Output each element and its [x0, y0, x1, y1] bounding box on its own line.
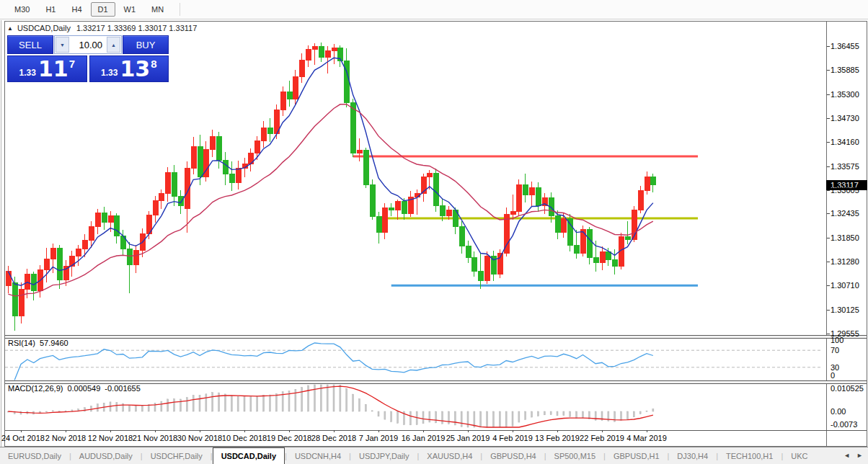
tab-gbpusd-h1[interactable]: GBPUSD,H1 — [606, 447, 668, 464]
macd-histogram-bar — [371, 411, 373, 411]
tab-usdcad-daily[interactable]: USDCAD,Daily — [213, 447, 285, 464]
macd-histogram-bar — [237, 396, 239, 411]
candle-body — [580, 230, 585, 254]
macd-histogram-bar — [308, 385, 309, 411]
tab-sp500-m15[interactable]: SP500,M15 — [546, 447, 603, 464]
tab-scroll-right-icon[interactable]: ► — [856, 452, 863, 459]
candle-body — [402, 202, 407, 214]
macd-histogram-bar — [397, 411, 399, 423]
macd-histogram-bar — [435, 411, 437, 423]
date-axis-label: 7 Jan 2019 — [359, 434, 398, 442]
macd-histogram-bar — [90, 406, 92, 411]
date-axis-tick — [21, 430, 22, 432]
candle-body — [345, 61, 350, 103]
macd-histogram-bar — [639, 411, 641, 414]
date-axis-label: 21 Nov 2018 — [133, 434, 177, 442]
price-scale-tick — [827, 238, 830, 238]
rsi-scale-label: 30 — [831, 363, 867, 372]
candle-body — [306, 49, 311, 60]
macd-histogram-bar — [621, 411, 622, 420]
macd-histogram-bar — [250, 397, 252, 411]
volume-increase-icon[interactable]: ▲ — [107, 37, 120, 53]
macd-histogram-bar — [346, 388, 347, 411]
date-axis-tick — [110, 430, 111, 432]
date-axis-tick — [155, 430, 156, 432]
tab-scroll-left-icon[interactable]: ◄ — [843, 452, 850, 459]
volume-decrease-icon[interactable]: ▼ — [56, 37, 69, 53]
candle-body — [102, 213, 107, 223]
candle-body — [319, 46, 324, 58]
candle-body — [485, 256, 490, 281]
macd-histogram-bar — [531, 411, 533, 417]
price-scale-label: 1.31280 — [831, 257, 867, 266]
price-scale-label: 1.34730 — [831, 114, 867, 122]
macd-histogram-bar — [84, 408, 86, 411]
macd-histogram-bar — [333, 385, 335, 411]
symbol-tab-bar: EURUSD,Daily|AUDUSD,Daily|USDCHF,Daily|U… — [0, 447, 868, 464]
macd-histogram-bar — [275, 393, 277, 411]
candle-body — [510, 212, 515, 214]
tab-dj30-h4[interactable]: DJ30,H4 — [669, 447, 716, 464]
candle-body — [25, 275, 30, 290]
candle-body — [376, 216, 381, 233]
tab-gbpusd-h4[interactable]: GBPUSD,H4 — [482, 447, 544, 464]
trading-platform-screen: M30H1H4D1W1MN ▲ USDCAD,Daily 1.33217 1.3… — [0, 0, 868, 464]
tab-tech100-h1[interactable]: TECH100,H1 — [718, 447, 781, 464]
timeframe-button-m30[interactable]: M30 — [7, 2, 37, 17]
rsi-pane[interactable] — [5, 337, 821, 380]
candle-body — [383, 208, 388, 233]
tab-usdchf-daily[interactable]: USDCHF,Daily — [143, 447, 211, 464]
volume-value[interactable]: 10.00 — [70, 36, 106, 53]
sell-price-display[interactable]: 1.33 11 7 — [7, 55, 87, 82]
macd-histogram-bar — [487, 411, 488, 427]
one-click-trade-panel: SELL ▼ 10.00 ▲ BUY 1.33 11 7 1.33 13 8 — [7, 35, 169, 82]
tab-audusd-daily[interactable]: AUDUSD,Daily — [71, 447, 141, 464]
macd-histogram-bar — [626, 411, 628, 419]
collapse-icon[interactable]: ▲ — [7, 25, 13, 32]
price-scale-label: 1.35885 — [831, 66, 867, 74]
sell-price-big: 11 — [38, 58, 68, 80]
tab-scroll-arrows: ◄ ► — [841, 447, 866, 463]
timeframe-button-h4[interactable]: H4 — [64, 2, 89, 17]
timeframe-button-d1[interactable]: D1 — [91, 2, 115, 17]
candle-body — [153, 200, 158, 215]
price-scale-label: 1.33005 — [831, 186, 867, 195]
price-scale-tick — [827, 262, 830, 262]
date-axis-tick — [289, 430, 290, 432]
candle-body — [613, 260, 618, 266]
buy-price-pip: 8 — [151, 58, 156, 70]
macd-histogram-bar — [45, 411, 47, 412]
candle-body — [523, 185, 528, 195]
macd-histogram-bar — [327, 385, 328, 411]
candle-body — [363, 150, 368, 185]
candle-body — [133, 251, 138, 265]
candle-body — [459, 227, 464, 246]
macd-histogram-bar — [141, 406, 143, 411]
chart-symbol-label: USDCAD,Daily — [17, 24, 71, 32]
macd-histogram-bar — [429, 411, 430, 422]
tab-ukc[interactable]: UKC — [783, 447, 815, 464]
tab-xauusd-h4[interactable]: XAUUSD,H4 — [419, 447, 480, 464]
timeframe-button-h1[interactable]: H1 — [38, 2, 63, 17]
tab-usdjpy-daily[interactable]: USDJPY,Daily — [351, 447, 417, 464]
macd-histogram-bar — [180, 399, 181, 411]
tab-eurusd-daily[interactable]: EURUSD,Daily — [0, 447, 69, 464]
candle-body — [562, 218, 567, 233]
candle-body — [357, 150, 362, 153]
date-axis-tick — [66, 430, 66, 432]
macd-histogram-bar — [340, 385, 341, 411]
macd-histogram-bar — [461, 411, 462, 427]
macd-histogram-bar — [257, 396, 258, 411]
candle-body — [536, 188, 541, 206]
timeframe-button-w1[interactable]: W1 — [117, 2, 143, 17]
candle-body — [115, 216, 120, 236]
buy-button[interactable]: BUY — [123, 35, 169, 54]
candle-body — [172, 173, 177, 197]
buy-price-display[interactable]: 1.33 13 8 — [89, 55, 169, 82]
price-scale-tick — [827, 166, 830, 167]
tab-usdcnh-h4[interactable]: USDCNH,H4 — [287, 447, 349, 464]
macd-histogram-bar — [550, 411, 552, 415]
sell-button[interactable]: SELL — [7, 35, 53, 54]
timeframe-button-mn[interactable]: MN — [144, 2, 171, 17]
macd-scale-label: 0.00 — [831, 407, 867, 416]
